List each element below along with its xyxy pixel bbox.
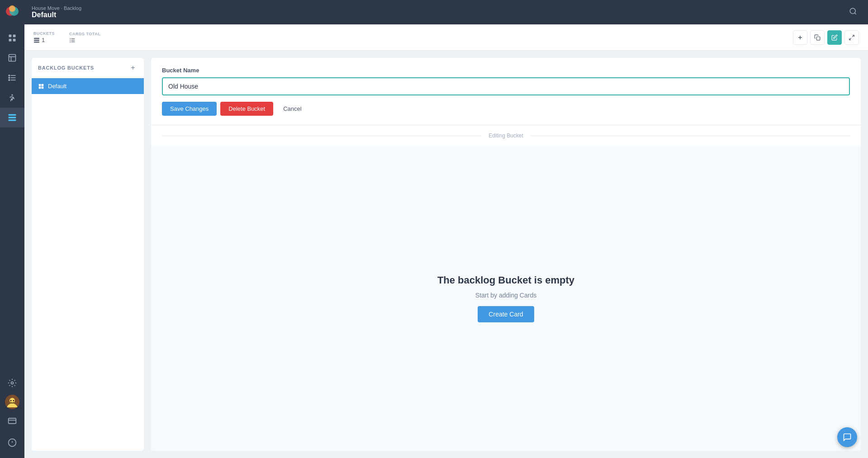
buckets-label: BUCKETS [33, 31, 55, 36]
buckets-panel: BACKLOG BUCKETS + Default [32, 58, 144, 451]
sidebar-bottom [0, 373, 24, 458]
buckets-icon [33, 37, 40, 43]
stat-buckets: BUCKETS 1 [33, 31, 55, 43]
topbar-right [845, 4, 861, 21]
save-changes-button[interactable]: Save Changes [162, 102, 217, 116]
svg-point-13 [9, 75, 10, 76]
backlog-icon [8, 113, 17, 122]
svg-rect-46 [39, 84, 41, 86]
bucket-name-label: Bucket Name [162, 67, 850, 74]
svg-point-24 [13, 400, 14, 401]
card-icon [8, 416, 17, 425]
stat-cards-total: CARDS TOTAL [69, 32, 100, 43]
sidebar-nav [0, 24, 24, 373]
add-bucket-panel-button[interactable]: + [128, 63, 138, 72]
svg-point-39 [70, 40, 71, 41]
svg-rect-3 [9, 35, 12, 38]
bucket-grid-icon [38, 83, 44, 90]
svg-rect-18 [9, 117, 16, 118]
svg-rect-33 [34, 39, 39, 40]
svg-rect-4 [13, 35, 16, 38]
sidebar-item-settings[interactable] [0, 373, 24, 393]
svg-rect-43 [816, 37, 820, 40]
edit-panel: Bucket Name Save Changes Delete Bucket C… [151, 58, 861, 451]
add-bucket-button[interactable] [793, 30, 807, 45]
svg-rect-17 [9, 114, 16, 116]
svg-rect-6 [13, 39, 16, 42]
svg-rect-25 [9, 418, 16, 424]
cards-total-label: CARDS TOTAL [69, 32, 100, 36]
cancel-button[interactable]: Cancel [277, 102, 308, 116]
svg-rect-34 [34, 41, 39, 42]
edit-form: Bucket Name Save Changes Delete Bucket C… [151, 58, 861, 125]
grid-small-icon [38, 83, 44, 90]
bucket-name: Default [48, 83, 66, 90]
statsbar-actions [793, 30, 859, 45]
avatar[interactable] [5, 395, 19, 409]
svg-point-2 [9, 5, 15, 12]
search-icon [849, 7, 857, 15]
create-card-button[interactable]: Create Card [478, 306, 534, 322]
buckets-value-row: 1 [33, 37, 55, 43]
svg-point-38 [70, 38, 71, 39]
svg-point-23 [10, 400, 12, 401]
chat-fab-button[interactable] [837, 427, 857, 447]
chat-icon [843, 433, 852, 442]
sidebar-item-backlog[interactable] [0, 108, 24, 127]
edit-view-button[interactable] [827, 30, 842, 45]
app-logo-icon [5, 5, 19, 19]
svg-point-15 [9, 80, 10, 81]
divider-line-right [531, 136, 850, 136]
editing-divider-text: Editing Bucket [489, 132, 523, 139]
expand-icon [849, 34, 855, 41]
svg-rect-32 [34, 38, 39, 38]
run-icon [8, 93, 17, 102]
buckets-count: 1 [42, 37, 45, 43]
sidebar-logo[interactable] [0, 0, 24, 24]
svg-rect-47 [42, 84, 44, 86]
list-icon [8, 73, 17, 82]
sidebar-item-reports[interactable] [0, 48, 24, 68]
breadcrumb: House Move · Backlog Default [32, 5, 81, 19]
breadcrumb-sub: House Move · Backlog [32, 5, 81, 11]
empty-title: The backlog Bucket is empty [437, 274, 574, 286]
svg-point-30 [850, 8, 855, 14]
search-button[interactable] [845, 4, 861, 21]
svg-point-40 [70, 41, 71, 42]
svg-line-31 [854, 13, 856, 14]
edit-icon [831, 34, 838, 41]
sidebar-item-billing[interactable] [0, 411, 24, 431]
copy-icon [814, 34, 821, 41]
sidebar-item-info[interactable] [0, 433, 24, 453]
svg-rect-5 [9, 39, 12, 42]
bucket-item-default[interactable]: Default [32, 78, 144, 94]
statsbar: BUCKETS 1 CARDS TOTAL [24, 24, 868, 51]
svg-line-44 [852, 35, 854, 37]
grid-icon [8, 33, 17, 42]
form-actions: Save Changes Delete Bucket Cancel [162, 102, 850, 116]
buckets-header: BACKLOG BUCKETS + [32, 58, 144, 78]
topbar: House Move · Backlog Default [24, 0, 868, 24]
page-title: Default [32, 11, 81, 19]
settings-icon [8, 378, 17, 387]
avatar-icon [5, 395, 19, 409]
editing-divider: Editing Bucket [151, 125, 861, 146]
cards-icon [69, 37, 76, 43]
plus-icon [797, 34, 803, 41]
buckets-panel-title: BACKLOG BUCKETS [38, 65, 94, 71]
sidebar-item-sprint[interactable] [0, 88, 24, 108]
sidebar-item-dashboard[interactable] [0, 28, 24, 48]
expand-button[interactable] [844, 30, 859, 45]
svg-rect-48 [39, 86, 41, 89]
delete-bucket-button[interactable]: Delete Bucket [220, 102, 273, 116]
empty-state: The backlog Bucket is empty Start by add… [151, 146, 861, 451]
bucket-name-input[interactable] [162, 77, 850, 95]
empty-subtitle: Start by adding Cards [475, 292, 536, 299]
info-icon [8, 438, 17, 447]
copy-button[interactable] [810, 30, 825, 45]
main-content: House Move · Backlog Default BUCKETS 1 [24, 0, 868, 458]
svg-point-16 [11, 94, 13, 96]
sidebar-item-list[interactable] [0, 68, 24, 88]
svg-point-20 [11, 382, 14, 384]
svg-rect-49 [42, 86, 44, 89]
